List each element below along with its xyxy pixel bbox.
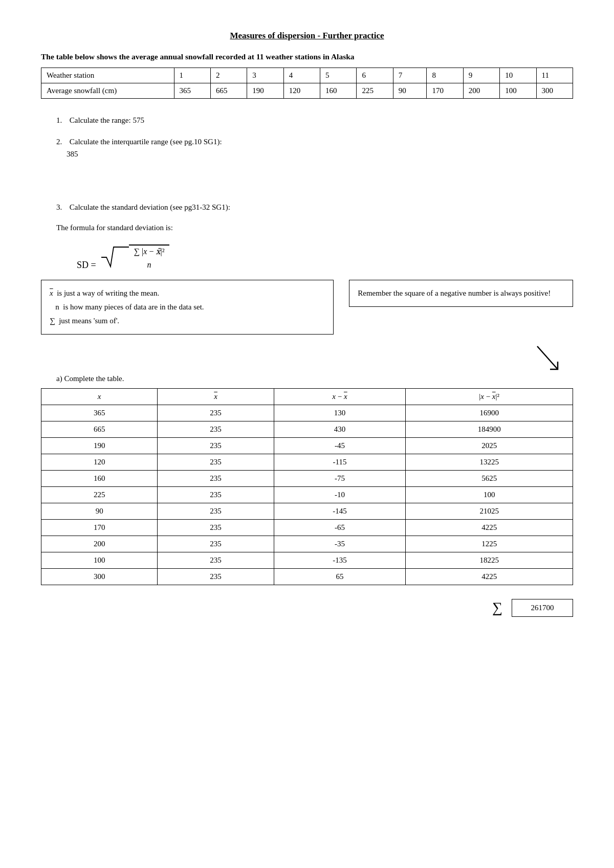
calc-table-row: 160235-755625 (41, 471, 573, 487)
question-1: 1. Calculate the range: 575 (56, 114, 573, 126)
calc-table-row: 300235654225 (41, 569, 573, 585)
calc-cell-5-0: 225 (41, 487, 158, 503)
sd-label: SD = (77, 260, 96, 271)
calc-cell-6-3: 21025 (406, 503, 573, 520)
calc-cell-10-2: 65 (274, 569, 405, 585)
calc-cell-3-2: -115 (274, 454, 405, 471)
question-2: 2. Calculate the interquartile range (se… (56, 136, 573, 160)
calc-table-row: 225235-10100 (41, 487, 573, 503)
calc-cell-2-3: 2025 (406, 438, 573, 454)
calc-cell-3-0: 120 (41, 454, 158, 471)
info-left-line3: ∑ just means 'sum of'. (50, 314, 325, 328)
calc-cell-5-1: 235 (158, 487, 274, 503)
question-3: 3. Calculate the standard deviation (see… (56, 201, 573, 213)
formula-section: The formula for standard deviation is: S… (56, 224, 573, 271)
stations-label: Weather station (41, 68, 174, 83)
calc-cell-0-0: 365 (41, 405, 158, 421)
formula-display: SD = ∑ |x − x̄|² n (77, 239, 573, 271)
calc-table-row: 200235-351225 (41, 536, 573, 552)
calc-cell-7-3: 4225 (406, 520, 573, 536)
calc-table-body: 36523513016900665235430184900190235-4520… (41, 405, 573, 585)
calc-table: x x x − x |x − x|² 365235130169006652354… (41, 388, 573, 585)
q2-answer: 385 (67, 148, 573, 160)
calc-table-row: 665235430184900 (41, 421, 573, 438)
info-left-line2: n is how many pieces of data are in the … (50, 300, 325, 314)
calc-cell-1-1: 235 (158, 421, 274, 438)
info-right-text: Remember the square of a negative number… (358, 286, 564, 300)
calc-table-row: 190235-452025 (41, 438, 573, 454)
sum-value-box: 261700 (512, 599, 573, 617)
calc-cell-9-1: 235 (158, 552, 274, 569)
fraction: ∑ |x − x̄|² n (129, 244, 170, 271)
calc-cell-1-3: 184900 (406, 421, 573, 438)
calc-cell-10-3: 4225 (406, 569, 573, 585)
calc-cell-1-2: 430 (274, 421, 405, 438)
station-6: 6 (357, 68, 393, 83)
station-8: 8 (427, 68, 463, 83)
q2-text: Calculate the interquartile range (see p… (70, 138, 222, 146)
question-3-section: 3. Calculate the standard deviation (see… (56, 201, 573, 213)
calc-cell-8-3: 1225 (406, 536, 573, 552)
snowfall-6: 225 (357, 83, 393, 99)
col-header-sq: |x − x|² (406, 389, 573, 405)
station-7: 7 (393, 68, 427, 83)
calc-cell-0-1: 235 (158, 405, 274, 421)
calc-cell-1-0: 665 (41, 421, 158, 438)
q1-text: Calculate the range: 575 (70, 116, 144, 124)
station-10: 10 (500, 68, 536, 83)
q3-text: Calculate the standard deviation (see pg… (70, 203, 230, 211)
arrow-container (41, 344, 573, 374)
questions-section: 1. Calculate the range: 575 2. Calculate… (56, 114, 573, 160)
fraction-numerator: ∑ |x − x̄|² (129, 246, 170, 258)
calc-cell-3-1: 235 (158, 454, 274, 471)
snowfall-8: 170 (427, 83, 463, 99)
sum-sigma-symbol: ∑ (483, 595, 512, 620)
calc-cell-8-2: -35 (274, 536, 405, 552)
formula-label: The formula for standard deviation is: (56, 224, 573, 232)
fraction-denominator: n (142, 258, 157, 271)
calc-table-row: 170235-654225 (41, 520, 573, 536)
calc-cell-7-2: -65 (274, 520, 405, 536)
sqrt-icon (100, 242, 129, 271)
calc-table-row: 120235-11513225 (41, 454, 573, 471)
calc-cell-4-1: 235 (158, 471, 274, 487)
col-header-x: x (41, 389, 158, 405)
calc-cell-0-3: 16900 (406, 405, 573, 421)
calc-cell-2-1: 235 (158, 438, 274, 454)
station-11: 11 (536, 68, 573, 83)
col-header-diff: x − x (274, 389, 405, 405)
calc-table-header-row: x x x − x |x − x|² (41, 389, 573, 405)
calc-table-row: 36523513016900 (41, 405, 573, 421)
info-left-line1: x is just a way of writing the mean. (50, 286, 325, 300)
info-box-left: x is just a way of writing the mean. n i… (41, 280, 334, 335)
snowfall-4: 120 (283, 83, 320, 99)
calc-table-row: 90235-14521025 (41, 503, 573, 520)
calc-cell-7-0: 170 (41, 520, 158, 536)
calc-cell-2-0: 190 (41, 438, 158, 454)
snowfall-9: 200 (463, 83, 499, 99)
q2-number: 2. (56, 136, 68, 148)
calc-cell-6-1: 235 (158, 503, 274, 520)
calc-cell-4-3: 5625 (406, 471, 573, 487)
snowfall-7: 90 (393, 83, 427, 99)
snowfall-10: 100 (500, 83, 536, 99)
svg-line-0 (537, 346, 558, 369)
snowfall-label: Average snowfall (cm) (41, 83, 174, 99)
station-4: 4 (283, 68, 320, 83)
calc-cell-5-3: 100 (406, 487, 573, 503)
calc-cell-4-0: 160 (41, 471, 158, 487)
calc-cell-5-2: -10 (274, 487, 405, 503)
arrow-icon (532, 344, 563, 374)
info-box-right: Remember the square of a negative number… (349, 280, 573, 307)
col-header-xbar: x (158, 389, 274, 405)
station-2: 2 (210, 68, 247, 83)
snowfall-1: 365 (174, 83, 210, 99)
snowfall-11: 300 (536, 83, 573, 99)
calc-cell-4-2: -75 (274, 471, 405, 487)
calc-cell-9-0: 100 (41, 552, 158, 569)
calc-cell-6-0: 90 (41, 503, 158, 520)
intro-text: The table below shows the average annual… (41, 52, 573, 61)
station-1: 1 (174, 68, 210, 83)
calc-cell-6-2: -145 (274, 503, 405, 520)
calc-cell-10-1: 235 (158, 569, 274, 585)
